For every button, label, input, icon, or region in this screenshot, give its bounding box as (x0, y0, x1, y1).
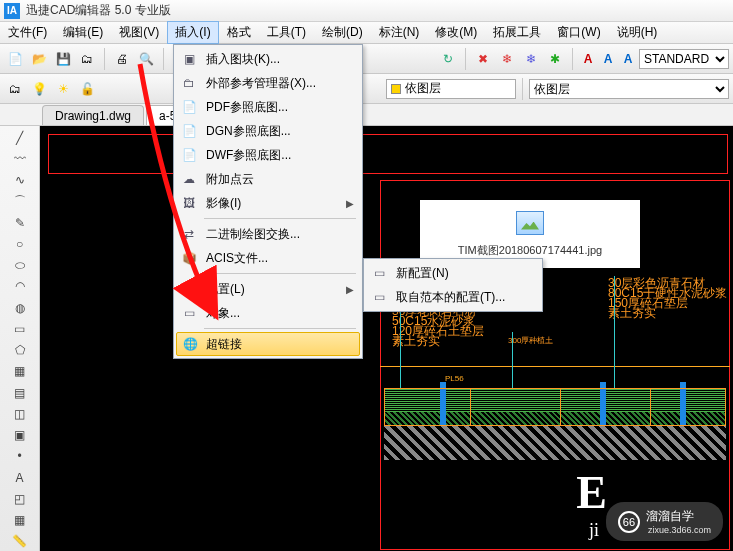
lock-icon[interactable]: 🔓 (76, 78, 98, 100)
separator (522, 78, 523, 100)
menu-dwf-underlay[interactable]: 📄DWF参照底图... (176, 143, 360, 167)
menu-hyperlink[interactable]: 🌐超链接 (176, 332, 360, 356)
document-tabs: Drawing1.dwg a-5.d (0, 104, 733, 126)
menu-window[interactable]: 窗口(W) (549, 21, 608, 44)
watermark-letter: E (576, 466, 607, 519)
menu-tools[interactable]: 工具(T) (259, 21, 314, 44)
separator (572, 48, 573, 70)
polyline-tool-icon[interactable]: 〰 (10, 149, 30, 168)
redo-button[interactable]: ↻ (437, 48, 459, 70)
config-icon: ▭ (180, 282, 198, 296)
menu-view[interactable]: 视图(V) (111, 21, 167, 44)
cad-leader (614, 276, 615, 388)
layer-on-icon[interactable]: ✱ (544, 48, 566, 70)
measure-tool-icon[interactable]: 📏 (10, 532, 30, 551)
polygon-tool-icon[interactable]: ⬠ (10, 341, 30, 360)
tab-drawing1[interactable]: Drawing1.dwg (42, 105, 144, 125)
submenu-from-template[interactable]: ▭取自范本的配置(T)... (366, 285, 540, 309)
separator (163, 48, 164, 70)
layer-iso-icon[interactable]: ❄ (496, 48, 518, 70)
menu-item-label: 外部参考管理器(X)... (206, 75, 316, 92)
menu-point-cloud[interactable]: ☁附加点云 (176, 167, 360, 191)
menu-extend[interactable]: 拓展工具 (485, 21, 549, 44)
rectangle-tool-icon[interactable]: ▭ (10, 319, 30, 338)
menu-help[interactable]: 说明(H) (609, 21, 666, 44)
menu-item-label: DWF参照底图... (206, 147, 291, 164)
menu-insert[interactable]: 插入(I) (167, 21, 218, 44)
new-config-icon: ▭ (370, 266, 388, 280)
toolbar-main: 📄 📂 💾 🗂 🖨 🔍 ✂ 📋 ↻ ✖ ❄ ❄ ✱ A A A STANDARD (0, 44, 733, 74)
layer-color-swatch (391, 84, 401, 94)
menu-acis-file[interactable]: 📦ACIS文件... (176, 246, 360, 270)
acis-icon: 📦 (180, 251, 198, 265)
drawing-canvas[interactable]: TIM截图20180607174441.jpg 30厚花岗岩石材50C15水泥砂… (40, 126, 733, 551)
dwf-icon: 📄 (180, 148, 198, 162)
cad-dim-label: PL56 (445, 374, 464, 384)
text-tool-icon[interactable]: A (10, 468, 30, 487)
submenu-arrow-icon: ▶ (346, 198, 354, 209)
menu-edit[interactable]: 编辑(E) (55, 21, 111, 44)
menu-binary-exchange[interactable]: ⇄二进制绘图交换... (176, 222, 360, 246)
menu-dgn-underlay[interactable]: 📄DGN参照底图... (176, 119, 360, 143)
linetype-combo[interactable]: 依图层 (529, 79, 729, 99)
menu-xref-manager[interactable]: 🗀外部参考管理器(X)... (176, 71, 360, 95)
block-tool-icon[interactable]: ◰ (10, 489, 30, 508)
line-tool-icon[interactable]: ╱ (10, 128, 30, 147)
spline-tool-icon[interactable]: ∿ (10, 171, 30, 190)
cloud-icon: ☁ (180, 172, 198, 186)
text-style-a-blue2[interactable]: A (619, 52, 637, 66)
menu-item-label: 新配置(N) (396, 265, 449, 282)
template-icon: ▭ (370, 290, 388, 304)
hyperlink-icon: 🌐 (181, 337, 199, 351)
layer-combo[interactable]: 依图层 (386, 79, 516, 99)
circle-tool-icon[interactable]: ○ (10, 234, 30, 253)
layer-freeze-icon[interactable]: ❄ (520, 48, 542, 70)
save-button[interactable]: 💾 (52, 48, 74, 70)
submenu-arrow-icon: ▶ (346, 284, 354, 295)
menu-insert-block[interactable]: ▣插入图块(K)... (176, 47, 360, 71)
ellipse-arc-icon[interactable]: ◠ (10, 277, 30, 296)
boundary-tool-icon[interactable]: ◫ (10, 404, 30, 423)
text-style-a-blue[interactable]: A (599, 52, 617, 66)
print-button[interactable]: 🖨 (111, 48, 133, 70)
exchange-icon: ⇄ (180, 227, 198, 241)
menu-pdf-underlay[interactable]: 📄PDF参照底图... (176, 95, 360, 119)
menu-modify[interactable]: 修改(M) (427, 21, 485, 44)
menu-config[interactable]: ▭配置(L)▶ (176, 277, 360, 301)
text-style-a-red[interactable]: A (579, 52, 597, 66)
badge-url: zixue.3d66.com (648, 525, 711, 535)
arc-tool-icon[interactable]: ⌒ (10, 192, 30, 211)
menu-object[interactable]: ▭对象... (176, 301, 360, 325)
donut-tool-icon[interactable]: ◍ (10, 298, 30, 317)
submenu-new-config[interactable]: ▭新配置(N) (366, 261, 540, 285)
menu-format[interactable]: 格式 (219, 21, 259, 44)
lightbulb-icon[interactable]: 💡 (28, 78, 50, 100)
separator (104, 48, 105, 70)
watermark-sub: ji (589, 520, 599, 541)
new-button[interactable]: 📄 (4, 48, 26, 70)
menu-separator (204, 328, 356, 329)
menu-dim[interactable]: 标注(N) (371, 21, 428, 44)
menu-image[interactable]: 🖼影像(I)▶ (176, 191, 360, 215)
app-icon: IA (4, 3, 20, 19)
cad-section-box (384, 388, 726, 426)
menu-draw[interactable]: 绘制(D) (314, 21, 371, 44)
menu-item-label: 插入图块(K)... (206, 51, 280, 68)
point-tool-icon[interactable]: • (10, 447, 30, 466)
table-tool-icon[interactable]: ▦ (10, 511, 30, 530)
region-tool-icon[interactable]: ▣ (10, 426, 30, 445)
text-style-combo[interactable]: STANDARD (639, 49, 729, 69)
gradient-tool-icon[interactable]: ▤ (10, 383, 30, 402)
tool-palette: ╱ 〰 ∿ ⌒ ✎ ○ ⬭ ◠ ◍ ▭ ⬠ ▦ ▤ ◫ ▣ • A ◰ ▦ 📏 (0, 126, 40, 551)
ellipse-tool-icon[interactable]: ⬭ (10, 256, 30, 275)
freehand-tool-icon[interactable]: ✎ (10, 213, 30, 232)
layer-manager-icon[interactable]: 🗂 (4, 78, 26, 100)
open-button[interactable]: 📂 (28, 48, 50, 70)
cad-note: 30厚花岗岩石材50C15水泥砂浆120厚碎石土垫层素土夯实 (392, 306, 484, 346)
menu-file[interactable]: 文件(F) (0, 21, 55, 44)
hatch-tool-icon[interactable]: ▦ (10, 362, 30, 381)
sun-icon[interactable]: ☀ (52, 78, 74, 100)
saveas-button[interactable]: 🗂 (76, 48, 98, 70)
preview-button[interactable]: 🔍 (135, 48, 157, 70)
layer-off-icon[interactable]: ✖ (472, 48, 494, 70)
